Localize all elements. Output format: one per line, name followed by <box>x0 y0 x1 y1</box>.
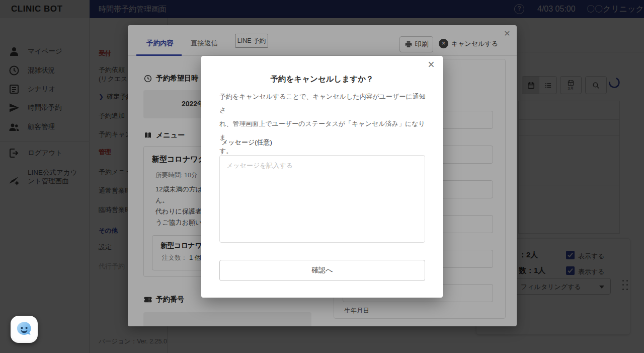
app-root: CLINIC BOT 時間帯予約管理画面 ? 4/03 05:00 〇〇クリニッ… <box>0 0 644 353</box>
cancel-modal-body: 予約をキャンセルすることで、キャンセルした内容がユーザーに通知さ れ、管理画面上… <box>219 90 426 158</box>
chatbot-mascot-icon <box>14 319 34 339</box>
confirm-button[interactable]: 確認へ <box>219 260 425 281</box>
close-icon[interactable]: × <box>425 58 438 71</box>
chatbot-launcher[interactable] <box>11 316 38 343</box>
message-label: メッセージ(任意) <box>221 138 272 147</box>
message-textarea[interactable] <box>219 155 425 243</box>
body-line: 予約をキャンセルすることで、キャンセルした内容がユーザーに通知さ <box>219 90 426 117</box>
cancel-modal-title: 予約をキャンセルしますか？ <box>201 74 443 85</box>
cancel-confirm-modal: × 予約をキャンセルしますか？ 予約をキャンセルすることで、キャンセルした内容が… <box>201 56 443 298</box>
